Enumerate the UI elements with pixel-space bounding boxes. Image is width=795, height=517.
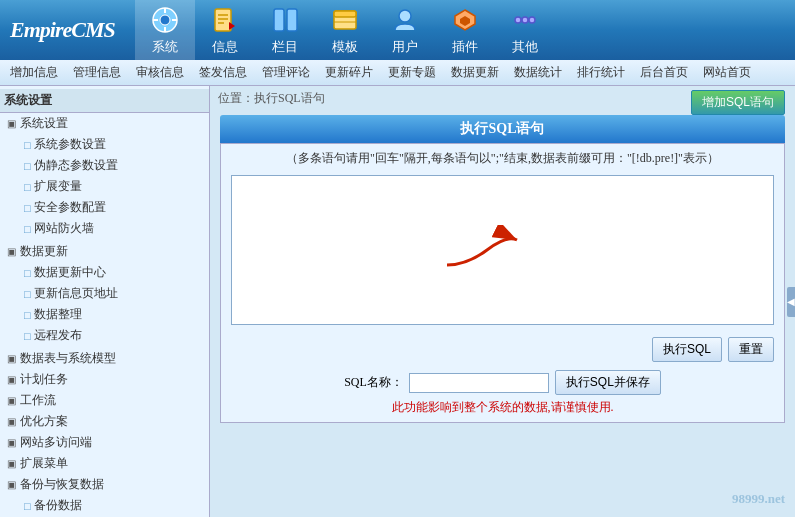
sidebar-item-update-center[interactable]: □数据更新中心 xyxy=(0,262,209,283)
nav-label-info: 信息 xyxy=(212,38,238,56)
sql-panel-header: 执行SQL语句 xyxy=(220,115,785,143)
doc-icon: □ xyxy=(24,330,31,342)
sidebar: 系统设置 ▣ 系统设置 □系统参数设置 □伪静态参数设置 □扩展变量 □安全参数… xyxy=(0,86,210,517)
sidebar-item-sys-params[interactable]: □系统参数设置 xyxy=(0,134,209,155)
sidebar-item-data-organize[interactable]: □数据整理 xyxy=(0,304,209,325)
sql-panel-title: 执行SQL语句 xyxy=(460,121,544,136)
sidebar-group-backup[interactable]: ▣ 备份与恢复数据 xyxy=(0,474,209,495)
sidebar-item-remote-publish[interactable]: □远程发布 xyxy=(0,325,209,346)
other-icon xyxy=(509,4,541,36)
nav-label-system: 系统 xyxy=(152,38,178,56)
toolbar-manage-comment[interactable]: 管理评论 xyxy=(257,63,315,82)
toolbar-rank-stats[interactable]: 排行统计 xyxy=(572,63,630,82)
sidebar-item-pseudo-params[interactable]: □伪静态参数设置 xyxy=(0,155,209,176)
sidebar-item-backup-data[interactable]: □备份数据 xyxy=(0,495,209,516)
execute-sql-button[interactable]: 执行SQL xyxy=(652,337,722,362)
sidebar-item-firewall[interactable]: □网站防火墙 xyxy=(0,218,209,239)
toolbar-update-topic[interactable]: 更新专题 xyxy=(383,63,441,82)
sidebar-group-em-label: 扩展菜单 xyxy=(20,455,68,472)
sql-buttons-row: 执行SQL 重置 xyxy=(231,337,774,362)
doc-icon: □ xyxy=(24,202,31,214)
expand-icon-system: ▣ xyxy=(4,117,18,131)
plugin-icon xyxy=(449,4,481,36)
sql-footer-text: 此功能影响到整个系统的数据,请谨慎使用. xyxy=(392,400,614,414)
sidebar-group-ext-menu[interactable]: ▣ 扩展菜单 xyxy=(0,453,209,474)
sidebar-group-data-table[interactable]: ▣ 数据表与系统模型 xyxy=(0,348,209,369)
save-sql-button[interactable]: 执行SQL并保存 xyxy=(555,370,661,395)
toolbar-data-stats[interactable]: 数据统计 xyxy=(509,63,567,82)
template-icon xyxy=(329,4,361,36)
svg-point-17 xyxy=(515,17,521,23)
main: 系统设置 ▣ 系统设置 □系统参数设置 □伪静态参数设置 □扩展变量 □安全参数… xyxy=(0,86,795,517)
toolbar-update-snippet[interactable]: 更新碎片 xyxy=(320,63,378,82)
doc-icon: □ xyxy=(24,139,31,151)
sidebar-group-bk-label: 备份与恢复数据 xyxy=(20,476,104,493)
info-icon xyxy=(209,4,241,36)
svg-rect-12 xyxy=(287,9,297,31)
nav-item-other[interactable]: 其他 xyxy=(495,0,555,60)
content: 位置：执行SQL语句 增加SQL语句 执行SQL语句 （多条语句请用"回车"隔开… xyxy=(210,86,795,517)
sql-name-input[interactable] xyxy=(409,373,549,393)
svg-rect-14 xyxy=(334,11,356,17)
sql-panel-body: （多条语句请用"回车"隔开,每条语句以";"结束,数据表前缀可用："[!db.p… xyxy=(220,143,785,423)
breadcrumb: 位置：执行SQL语句 xyxy=(218,91,325,105)
sidebar-group-data-label: 数据更新 xyxy=(20,243,68,260)
toolbar-site-home[interactable]: 网站首页 xyxy=(698,63,756,82)
doc-icon: □ xyxy=(24,267,31,279)
svg-marker-10 xyxy=(229,22,235,30)
expand-icon-opt: ▣ xyxy=(4,415,18,429)
doc-icon: □ xyxy=(24,288,31,300)
nav-icons: 系统 信息 栏目 xyxy=(135,0,555,60)
sidebar-group-dt-label: 数据表与系统模型 xyxy=(20,350,116,367)
sidebar-item-security[interactable]: □安全参数配置 xyxy=(0,197,209,218)
toolbar-manage-info[interactable]: 管理信息 xyxy=(68,63,126,82)
watermark-text: 98999.net xyxy=(732,491,785,506)
toolbar-review-info[interactable]: 审核信息 xyxy=(131,63,189,82)
logo-text: EmpireCMS xyxy=(10,17,115,42)
sql-hint: （多条语句请用"回车"隔开,每条语句以";"结束,数据表前缀可用："[!db.p… xyxy=(231,150,774,167)
sidebar-item-update-url[interactable]: □更新信息页地址 xyxy=(0,283,209,304)
sidebar-group-multi-access[interactable]: ▣ 网站多访问端 xyxy=(0,432,209,453)
nav-item-system[interactable]: 系统 xyxy=(135,0,195,60)
nav-label-user: 用户 xyxy=(392,38,418,56)
expand-icon-dt: ▣ xyxy=(4,352,18,366)
toolbar-add-info[interactable]: 增加信息 xyxy=(5,63,63,82)
sidebar-group-system[interactable]: ▣ 系统设置 xyxy=(0,113,209,134)
sidebar-toggle[interactable]: ◀ xyxy=(787,287,795,317)
sidebar-group-ma-label: 网站多访问端 xyxy=(20,434,92,451)
reset-button[interactable]: 重置 xyxy=(728,337,774,362)
nav-item-column[interactable]: 栏目 xyxy=(255,0,315,60)
logo: EmpireCMS xyxy=(0,17,125,43)
sql-hint-text: （多条语句请用"回车"隔开,每条语句以";"结束,数据表前缀可用："[!db.p… xyxy=(286,151,719,165)
toolbar-publish-info[interactable]: 签发信息 xyxy=(194,63,252,82)
system-icon xyxy=(149,4,181,36)
toolbar: 增加信息 管理信息 审核信息 签发信息 管理评论 更新碎片 更新专题 数据更新 … xyxy=(0,60,795,86)
expand-icon-em: ▣ xyxy=(4,457,18,471)
nav-item-info[interactable]: 信息 xyxy=(195,0,255,60)
sidebar-group-workflow[interactable]: ▣ 工作流 xyxy=(0,390,209,411)
sidebar-section-data-update: ▣ 数据更新 □数据更新中心 □更新信息页地址 □数据整理 □远程发布 xyxy=(0,241,209,346)
add-sql-button[interactable]: 增加SQL语句 xyxy=(691,90,785,115)
expand-icon-ma: ▣ xyxy=(4,436,18,450)
sidebar-group-pt-label: 计划任务 xyxy=(20,371,68,388)
expand-icon-pt: ▣ xyxy=(4,373,18,387)
expand-icon-data: ▣ xyxy=(4,245,18,259)
sidebar-item-ext-var[interactable]: □扩展变量 xyxy=(0,176,209,197)
doc-icon: □ xyxy=(24,309,31,321)
toolbar-data-update[interactable]: 数据更新 xyxy=(446,63,504,82)
nav-item-template[interactable]: 模板 xyxy=(315,0,375,60)
doc-icon: □ xyxy=(24,223,31,235)
svg-point-19 xyxy=(529,17,535,23)
expand-icon-bk: ▣ xyxy=(4,478,18,492)
nav-item-plugin[interactable]: 插件 xyxy=(435,0,495,60)
svg-rect-11 xyxy=(274,9,284,31)
watermark: 98999.net xyxy=(732,491,785,507)
sidebar-group-plan-task[interactable]: ▣ 计划任务 xyxy=(0,369,209,390)
toolbar-backend-home[interactable]: 后台首页 xyxy=(635,63,693,82)
sidebar-group-data-update[interactable]: ▣ 数据更新 xyxy=(0,241,209,262)
sql-textarea[interactable] xyxy=(231,175,774,325)
sidebar-section-system: ▣ 系统设置 □系统参数设置 □伪静态参数设置 □扩展变量 □安全参数配置 □网… xyxy=(0,113,209,239)
nav-item-user[interactable]: 用户 xyxy=(375,0,435,60)
sidebar-group-optimize[interactable]: ▣ 优化方案 xyxy=(0,411,209,432)
sidebar-section-backup: ▣ 备份与恢复数据 □备份数据 □恢复数据 □管理备份目录 □执行SQL语句 xyxy=(0,474,209,517)
